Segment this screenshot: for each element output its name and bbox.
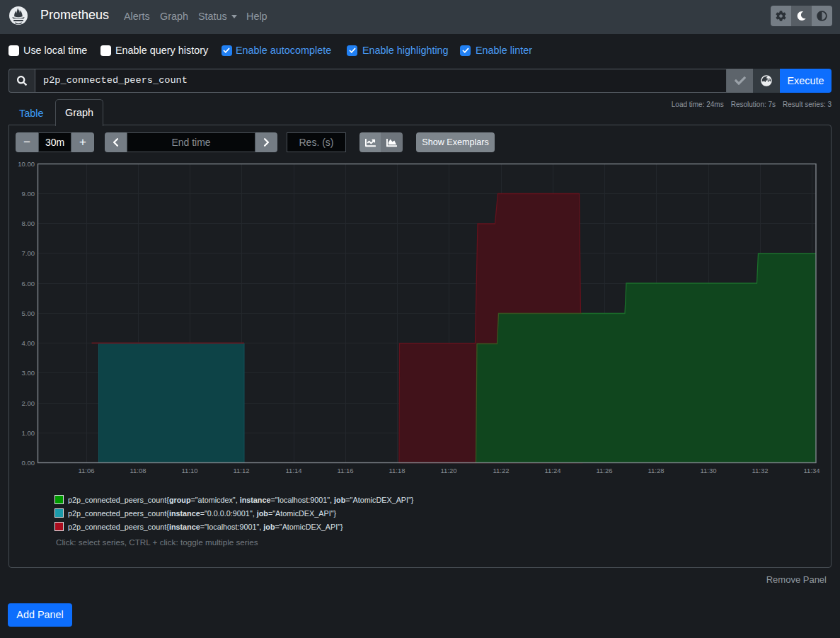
svg-text:0.00: 0.00 xyxy=(22,459,35,467)
svg-text:5.00: 5.00 xyxy=(22,309,35,317)
svg-text:11:24: 11:24 xyxy=(544,467,560,474)
svg-text:4.00: 4.00 xyxy=(22,339,35,347)
svg-text:1.00: 1.00 xyxy=(22,429,35,437)
svg-text:11:18: 11:18 xyxy=(389,467,405,474)
svg-text:10.00: 10.00 xyxy=(18,160,35,168)
svg-text:8.00: 8.00 xyxy=(22,220,35,227)
svg-text:11:16: 11:16 xyxy=(337,467,353,474)
svg-text:7.00: 7.00 xyxy=(22,249,35,257)
svg-text:9.00: 9.00 xyxy=(22,190,35,198)
svg-text:11:26: 11:26 xyxy=(596,467,612,474)
svg-text:11:08: 11:08 xyxy=(130,467,146,474)
svg-text:3.00: 3.00 xyxy=(22,369,35,377)
svg-text:11:28: 11:28 xyxy=(648,467,664,474)
svg-text:11:30: 11:30 xyxy=(700,467,716,474)
svg-text:6.00: 6.00 xyxy=(22,280,35,287)
svg-text:11:32: 11:32 xyxy=(752,467,768,474)
svg-text:11:12: 11:12 xyxy=(233,467,249,474)
svg-text:2.00: 2.00 xyxy=(22,399,35,407)
svg-text:11:06: 11:06 xyxy=(78,467,94,474)
svg-text:11:34: 11:34 xyxy=(803,467,819,474)
svg-text:11:10: 11:10 xyxy=(181,467,197,474)
svg-text:11:14: 11:14 xyxy=(285,467,301,474)
svg-text:11:20: 11:20 xyxy=(440,467,456,474)
svg-text:11:22: 11:22 xyxy=(493,467,509,474)
